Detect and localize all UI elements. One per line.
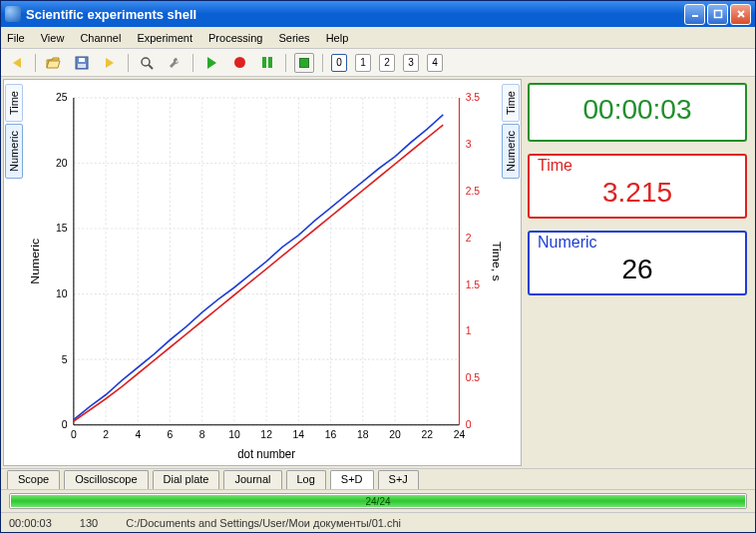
wrench-icon — [168, 56, 182, 70]
status-time: 00:00:03 — [9, 517, 52, 529]
svg-text:2.5: 2.5 — [466, 185, 480, 197]
readout-numeric: Numeric 26 — [528, 231, 747, 295]
back-button[interactable] — [7, 53, 27, 73]
play-button[interactable] — [201, 53, 221, 73]
svg-text:1: 1 — [466, 324, 472, 336]
app-window: Scientific experiments shell File View C… — [0, 0, 756, 533]
svg-text:10: 10 — [228, 428, 240, 440]
menu-help[interactable]: Help — [326, 32, 349, 44]
export-button[interactable] — [100, 53, 120, 73]
vtab-left-time[interactable]: Time — [5, 84, 23, 122]
chart-area[interactable]: 024681012141618202224051015202500.511.52… — [24, 80, 501, 465]
svg-text:25: 25 — [56, 91, 68, 103]
maximize-button[interactable] — [707, 4, 728, 25]
svg-text:5: 5 — [62, 352, 68, 364]
svg-text:1.5: 1.5 — [466, 277, 480, 289]
stop-button[interactable] — [294, 53, 314, 73]
stop-icon — [299, 58, 309, 68]
svg-text:10: 10 — [56, 287, 68, 299]
page-button-1[interactable]: 1 — [355, 54, 371, 72]
page-button-2[interactable]: 2 — [379, 54, 395, 72]
svg-text:0: 0 — [71, 428, 77, 440]
svg-text:0: 0 — [62, 418, 68, 430]
tool-button[interactable] — [165, 53, 185, 73]
svg-text:14: 14 — [293, 428, 305, 440]
magnifier-icon — [140, 56, 154, 70]
svg-text:15: 15 — [56, 222, 68, 234]
readout-clock: 00:00:03 — [528, 83, 747, 142]
readout-clock-value: 00:00:03 — [538, 89, 737, 132]
tab-scope[interactable]: Scope — [7, 470, 60, 489]
svg-point-7 — [142, 58, 150, 66]
svg-text:22: 22 — [421, 428, 433, 440]
record-button[interactable] — [229, 53, 249, 73]
left-vertical-tabs: Time Numeric — [4, 80, 24, 465]
menu-file[interactable]: File — [7, 32, 25, 44]
svg-text:Time, s: Time, s — [490, 242, 501, 281]
bottom-tabs: Scope Oscilloscope Dial plate Journal Lo… — [1, 468, 755, 490]
menu-experiment[interactable]: Experiment — [137, 32, 192, 44]
svg-text:3: 3 — [466, 138, 472, 150]
readout-numeric-value: 26 — [538, 254, 737, 285]
vtab-right-numeric[interactable]: Numeric — [502, 124, 520, 179]
minimize-button[interactable] — [684, 4, 705, 25]
status-path: C:/Documents and Settings/User/Мои докум… — [126, 517, 401, 529]
readout-time-value: 3.215 — [538, 177, 737, 209]
vtab-right-time[interactable]: Time — [502, 84, 520, 122]
svg-text:8: 8 — [199, 428, 205, 440]
menu-processing[interactable]: Processing — [208, 32, 262, 44]
zoom-button[interactable] — [137, 53, 157, 73]
svg-text:20: 20 — [56, 156, 68, 168]
tab-sd[interactable]: S+D — [330, 470, 374, 489]
open-button[interactable] — [44, 53, 64, 73]
menu-channel[interactable]: Channel — [80, 32, 121, 44]
svg-text:Numeric: Numeric — [28, 239, 41, 284]
menu-view[interactable]: View — [41, 32, 65, 44]
floppy-icon — [75, 56, 89, 70]
readout-time-label: Time — [538, 157, 737, 175]
svg-text:20: 20 — [389, 428, 401, 440]
tab-dial-plate[interactable]: Dial plate — [153, 470, 220, 489]
readout-panel: 00:00:03 Time 3.215 Numeric 26 — [528, 79, 751, 466]
tab-journal[interactable]: Journal — [223, 470, 281, 489]
svg-text:0: 0 — [466, 418, 472, 430]
titlebar[interactable]: Scientific experiments shell — [1, 1, 755, 27]
vtab-left-numeric[interactable]: Numeric — [5, 124, 23, 179]
svg-rect-1 — [714, 11, 721, 18]
svg-rect-6 — [78, 64, 86, 68]
svg-text:2: 2 — [103, 428, 109, 440]
pause-icon — [262, 57, 272, 68]
readout-time: Time 3.215 — [528, 154, 747, 219]
right-vertical-tabs: Time Numeric — [501, 80, 521, 465]
page-button-4[interactable]: 4 — [427, 54, 443, 72]
readout-numeric-label: Numeric — [538, 234, 737, 252]
statusbar: 00:00:03 130 C:/Documents and Settings/U… — [1, 512, 755, 532]
svg-rect-5 — [79, 58, 85, 62]
svg-text:12: 12 — [260, 428, 272, 440]
tab-oscilloscope[interactable]: Oscilloscope — [64, 470, 148, 489]
app-icon — [5, 6, 21, 22]
svg-text:2: 2 — [466, 231, 472, 243]
arrow-right-icon — [106, 58, 114, 68]
svg-text:0.5: 0.5 — [466, 371, 480, 383]
svg-text:4: 4 — [135, 428, 141, 440]
svg-line-8 — [149, 65, 153, 69]
tab-log[interactable]: Log — [286, 470, 326, 489]
play-icon — [207, 57, 216, 69]
close-button[interactable] — [730, 4, 751, 25]
record-icon — [234, 57, 245, 68]
folder-open-icon — [46, 56, 62, 70]
save-button[interactable] — [72, 53, 92, 73]
window-title: Scientific experiments shell — [26, 7, 196, 22]
page-button-0[interactable]: 0 — [331, 54, 347, 72]
chart-panel: Time Numeric 024681012141618202224051015… — [3, 79, 522, 466]
page-button-3[interactable]: 3 — [403, 54, 419, 72]
menu-series[interactable]: Series — [278, 32, 309, 44]
progress-text: 24/24 — [10, 494, 746, 508]
arrow-left-icon — [13, 58, 21, 68]
tab-sj[interactable]: S+J — [378, 470, 419, 489]
pause-button[interactable] — [257, 53, 277, 73]
svg-text:3.5: 3.5 — [466, 91, 480, 103]
status-count: 130 — [80, 517, 98, 529]
svg-text:18: 18 — [357, 428, 369, 440]
